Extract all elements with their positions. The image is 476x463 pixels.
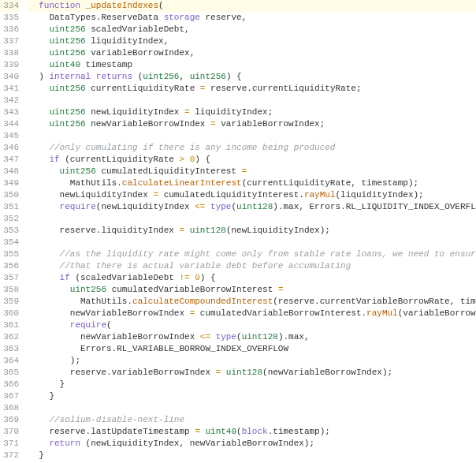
code-token: ( (236, 427, 242, 436)
code-token: uint256 (143, 72, 179, 81)
line-number-gutter: 3343353363373383393403413423433443453463… (0, 0, 27, 461)
code-line[interactable]: require( (28, 319, 476, 331)
code-line[interactable]: uint256 currentLiquidityRate = reserve.c… (28, 83, 476, 95)
code-line[interactable]: newVariableBorrowIndex <= type(uint128).… (28, 331, 476, 343)
code-line[interactable]: require(newLiquidityIndex <= type(uint12… (28, 201, 476, 213)
code-line[interactable]: reserve.lastUpdateTimestamp = uint40(blo… (28, 426, 476, 438)
code-token: uint40 (49, 60, 80, 69)
code-token: timestamp (80, 60, 132, 69)
code-token: function (39, 1, 80, 10)
code-line[interactable]: //solium-disable-next-line (28, 414, 476, 426)
code-token (28, 60, 49, 69)
line-number: 337 (0, 35, 20, 47)
code-token: (currentLiquidityRate, timestamp); (242, 178, 418, 188)
code-token: (variableBorrowIndex); (398, 308, 476, 318)
code-token: = (278, 285, 284, 294)
line-number: 350 (0, 189, 20, 201)
code-token: uint256 (49, 36, 85, 46)
code-token: MathUtils. (28, 178, 122, 188)
code-token: } (28, 391, 54, 401)
code-token (28, 48, 49, 58)
line-number: 355 (0, 248, 20, 260)
code-token: if (60, 273, 70, 282)
code-token: reserve.currentLiquidityRate; (205, 84, 361, 93)
code-token: //solium-disable-next-line (49, 415, 184, 424)
code-line[interactable]: } (28, 390, 476, 402)
code-token: rayMul (304, 190, 336, 200)
code-token (28, 261, 60, 271)
code-line[interactable]: } (28, 450, 476, 461)
code-line[interactable]: ) internal returns (uint256, uint256) { (28, 71, 476, 83)
code-token: uint128 (190, 226, 226, 235)
code-line[interactable]: if (scaledVariableDebt != 0) { (28, 272, 476, 284)
code-token: type (216, 332, 236, 342)
code-line[interactable]: //only cumulating if there is any income… (28, 142, 476, 154)
code-line[interactable]: uint40 timestamp (28, 59, 476, 71)
code-line[interactable]: reserve.liquidityIndex = uint128(newLiqu… (28, 225, 476, 237)
code-token: uint40 (205, 427, 236, 436)
code-token (28, 36, 49, 46)
code-token: } (28, 379, 65, 389)
code-line[interactable]: if (currentLiquidityRate > 0) { (28, 154, 476, 166)
code-token: ) { (200, 273, 216, 282)
code-token: //that there is actual variable debt bef… (60, 261, 351, 271)
code-line[interactable]: //as the liquidity rate might come only … (28, 248, 476, 260)
line-number: 347 (0, 154, 20, 166)
code-line[interactable]: uint256 newLiquidityIndex = liquidityInd… (28, 106, 476, 118)
code-token: <= (195, 202, 205, 211)
code-line[interactable] (28, 402, 476, 414)
line-number: 336 (0, 24, 20, 35)
line-number: 339 (0, 59, 20, 71)
code-line[interactable]: uint256 cumulatedVariableBorrowInterest … (28, 284, 476, 296)
line-number: 340 (0, 71, 20, 83)
code-token: ( (158, 1, 164, 10)
code-line[interactable]: uint256 cumulatedLiquidityInterest = (28, 166, 476, 177)
code-line[interactable]: uint256 variableBorrowIndex, (28, 47, 476, 59)
line-number: 334 (0, 0, 20, 12)
code-token (28, 143, 49, 152)
code-line[interactable]: uint256 liquidityIndex, (28, 35, 476, 47)
code-token (28, 320, 70, 330)
code-line[interactable] (28, 213, 476, 225)
code-line[interactable] (28, 237, 476, 248)
code-token: //only cumulating if there is any income… (49, 143, 335, 152)
code-token: , (179, 72, 189, 81)
code-line[interactable]: uint256 newVariableBorrowIndex = variabl… (28, 118, 476, 130)
code-token: if (49, 155, 59, 164)
code-line[interactable]: MathUtils.calculateCompoundedInterest(re… (28, 296, 476, 308)
code-token (28, 285, 70, 294)
code-line[interactable]: reserve.variableBorrowIndex = uint128(ne… (28, 367, 476, 379)
line-number: 367 (0, 390, 20, 402)
code-line[interactable]: MathUtils.calculateLinearInterest(curren… (28, 177, 476, 189)
code-token (210, 332, 216, 342)
code-token: variableBorrowIndex; (216, 119, 325, 129)
code-token: uint256 (60, 166, 96, 176)
code-token (28, 84, 49, 93)
code-token: ( (236, 332, 242, 342)
code-line[interactable]: return (newLiquidityIndex, newVariableBo… (28, 438, 476, 450)
line-number: 365 (0, 367, 20, 379)
code-line[interactable]: function _updateIndexes( (28, 0, 476, 12)
code-token: uint128 (242, 332, 278, 342)
line-number: 351 (0, 201, 20, 213)
line-number: 352 (0, 213, 20, 225)
code-line[interactable]: uint256 scaledVariableDebt, (28, 24, 476, 35)
line-number: 366 (0, 379, 20, 390)
code-line[interactable]: } (28, 379, 476, 390)
code-line[interactable]: //that there is actual variable debt bef… (28, 260, 476, 272)
line-number: 362 (0, 331, 20, 343)
code-line[interactable] (28, 130, 476, 142)
code-area[interactable]: function _updateIndexes( DataTypes.Reser… (27, 0, 476, 461)
code-line[interactable] (28, 95, 476, 106)
code-token (28, 249, 60, 259)
code-token: reserve.variableBorrowIndex (28, 368, 216, 377)
code-line[interactable]: newVariableBorrowIndex = cumulatedVariab… (28, 308, 476, 319)
code-token: require (60, 202, 96, 211)
code-token: uint256 (70, 285, 106, 294)
code-token: reserve.liquidityIndex (28, 226, 179, 235)
code-line[interactable]: ); (28, 355, 476, 367)
code-line[interactable]: newLiquidityIndex = cumulatedLiquidityIn… (28, 189, 476, 201)
code-line[interactable]: DataTypes.ReserveData storage reserve, (28, 12, 476, 24)
code-line[interactable]: Errors.RL_VARIABLE_BORROW_INDEX_OVERFLOW (28, 343, 476, 355)
code-token: return (49, 439, 80, 448)
